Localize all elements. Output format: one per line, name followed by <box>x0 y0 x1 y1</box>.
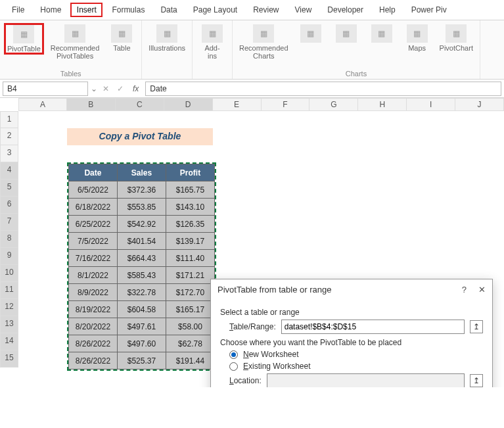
column-headers: ABCDEFGHIJ <box>18 98 504 111</box>
row-header-4[interactable]: 4 <box>0 162 18 179</box>
col-header-F[interactable]: F <box>262 98 310 111</box>
radio-existing-worksheet[interactable] <box>229 362 238 371</box>
row-header-12[interactable]: 12 <box>0 299 18 316</box>
row-header-6[interactable]: 6 <box>0 197 18 214</box>
row-header-9[interactable]: 9 <box>0 248 18 265</box>
ribbon-chart[interactable]: ▦ <box>366 23 398 45</box>
table-row[interactable]: 7/5/2022$401.54$139.17 <box>68 233 214 250</box>
name-box[interactable]: B4 <box>3 82 88 96</box>
recommended-icon: ▦ <box>64 24 85 43</box>
col-header-I[interactable]: I <box>407 98 455 111</box>
section-placement: Choose where you want the PivotTable to … <box>220 338 483 347</box>
ribbon-chart[interactable]: ▦ <box>295 23 327 45</box>
row-header-5[interactable]: 5 <box>0 179 18 197</box>
section-select-range: Select a table or range <box>220 308 483 317</box>
table-row[interactable]: 6/5/2022$372.36$165.75 <box>68 181 214 199</box>
dialog-title: PivotTable from table or range <box>218 285 331 295</box>
fx-icon[interactable]: fx <box>129 84 143 93</box>
menu-file[interactable]: File <box>5 3 31 17</box>
ribbon-illustrations[interactable]: ▦Illustrations <box>146 23 188 53</box>
ribbon-pivottable[interactable]: ▦PivotTable <box>4 23 44 55</box>
ribbon-add-[interactable]: ▦Add-ins <box>196 23 228 61</box>
menu-formulas[interactable]: Formulas <box>105 3 151 17</box>
col-header-B[interactable]: B <box>67 98 116 111</box>
location-label: Location: <box>229 376 262 385</box>
menu-data[interactable]: Data <box>154 3 183 17</box>
label-existing-worksheet: Existing Worksheet <box>243 362 311 371</box>
help-icon[interactable]: ? <box>462 285 467 295</box>
table-icon: ▦ <box>111 24 132 43</box>
ribbon-table[interactable]: ▦Table <box>106 23 137 53</box>
col-header-D[interactable]: D <box>164 98 213 111</box>
menu-developer[interactable]: Developer <box>321 3 370 17</box>
radio-new-worksheet[interactable] <box>229 350 238 359</box>
header-date[interactable]: Date <box>68 164 117 181</box>
check-icon[interactable]: ✓ <box>114 84 126 93</box>
row-header-11[interactable]: 11 <box>0 282 18 299</box>
table-row[interactable]: 8/9/2022$322.78$172.70 <box>68 284 214 301</box>
menu-view[interactable]: View <box>288 3 319 17</box>
table-row[interactable]: 8/26/2022$525.37$191.44 <box>68 352 214 369</box>
collapse-dialog-icon[interactable]: ↥ <box>470 320 483 333</box>
table-row[interactable]: 7/16/2022$664.43$111.40 <box>68 250 214 267</box>
col-header-A[interactable]: A <box>18 98 67 111</box>
row-header-2[interactable]: 2 <box>0 128 18 145</box>
pivottable-icon: ▦ <box>13 25 34 43</box>
menu-page-layout[interactable]: Page Layout <box>187 3 244 17</box>
data-selection[interactable]: DateSalesProfit6/5/2022$372.36$165.756/1… <box>67 162 216 371</box>
row-header-1[interactable]: 1 <box>0 111 18 128</box>
chart-icon: ▦ <box>300 24 321 43</box>
close-icon[interactable]: ✕ <box>478 285 486 295</box>
chart-icon: ▦ <box>371 24 392 43</box>
table-row[interactable]: 8/26/2022$497.60$62.78 <box>68 335 214 352</box>
row-headers: 123456789101112131415 <box>0 111 18 387</box>
table-row[interactable]: 8/19/2022$604.58$165.17 <box>68 301 214 318</box>
col-header-C[interactable]: C <box>116 98 164 111</box>
col-header-H[interactable]: H <box>358 98 407 111</box>
menu-review[interactable]: Review <box>246 3 285 17</box>
chart-icon: ▦ <box>336 24 357 43</box>
table-row[interactable]: 8/1/2022$585.43$171.21 <box>68 267 214 284</box>
ribbon-pivotchart[interactable]: ▦PivotChart <box>437 23 476 53</box>
header-profit[interactable]: Profit <box>166 164 214 181</box>
pivottable-dialog: PivotTable from table or range ? ✕ Selec… <box>210 279 493 387</box>
table-row[interactable]: 8/20/2022$497.61$58.00 <box>68 318 214 335</box>
illustrations-icon: ▦ <box>156 24 177 43</box>
row-header-14[interactable]: 14 <box>0 333 18 350</box>
col-header-E[interactable]: E <box>213 98 262 111</box>
col-header-G[interactable]: G <box>309 98 358 111</box>
row-header-10[interactable]: 10 <box>0 265 18 282</box>
row-header-8[interactable]: 8 <box>0 231 18 248</box>
menu-insert[interactable]: Insert <box>70 3 103 17</box>
table-row[interactable]: 6/18/2022$553.85$143.10 <box>68 199 214 216</box>
menu-help[interactable]: Help <box>373 3 402 17</box>
location-input[interactable] <box>267 373 465 387</box>
range-label: Table/Range: <box>229 322 276 331</box>
formula-bar-row: B4 ⌄ ✕ ✓ fx Date <box>0 80 504 98</box>
maps-icon: ▦ <box>407 24 428 43</box>
col-header-J[interactable]: J <box>455 98 504 111</box>
ribbon-chart[interactable]: ▦ <box>331 23 362 45</box>
worksheet: ABCDEFGHIJ 123456789101112131415 Copy a … <box>0 98 504 387</box>
row-header-15[interactable]: 15 <box>0 350 18 368</box>
data-table: DateSalesProfit6/5/2022$372.36$165.756/1… <box>68 164 215 369</box>
menu-power-piv[interactable]: Power Piv <box>405 3 453 17</box>
label-new-worksheet: New Worksheet <box>243 350 298 359</box>
table-row[interactable]: 6/25/2022$542.92$126.35 <box>68 216 214 233</box>
row-header-13[interactable]: 13 <box>0 316 18 333</box>
dropdown-icon[interactable]: ⌄ <box>91 84 97 93</box>
menu-bar: FileHomeInsertFormulasDataPage LayoutRev… <box>0 0 504 20</box>
row-header-7[interactable]: 7 <box>0 214 18 231</box>
menu-home[interactable]: Home <box>34 3 68 17</box>
range-input[interactable] <box>281 320 465 334</box>
ribbon-maps[interactable]: ▦Maps <box>401 23 433 53</box>
recommended-icon: ▦ <box>253 24 274 43</box>
ribbon-recommended[interactable]: ▦RecommendedPivotTables <box>48 23 103 61</box>
formula-input[interactable]: Date <box>145 82 501 96</box>
row-header-3[interactable]: 3 <box>0 145 18 162</box>
header-sales[interactable]: Sales <box>117 164 166 181</box>
ribbon-recommended[interactable]: ▦RecommendedCharts <box>237 23 291 61</box>
cancel-icon[interactable]: ✕ <box>100 84 112 93</box>
add--icon: ▦ <box>202 24 223 43</box>
collapse-dialog-icon-2[interactable]: ↥ <box>470 374 483 387</box>
